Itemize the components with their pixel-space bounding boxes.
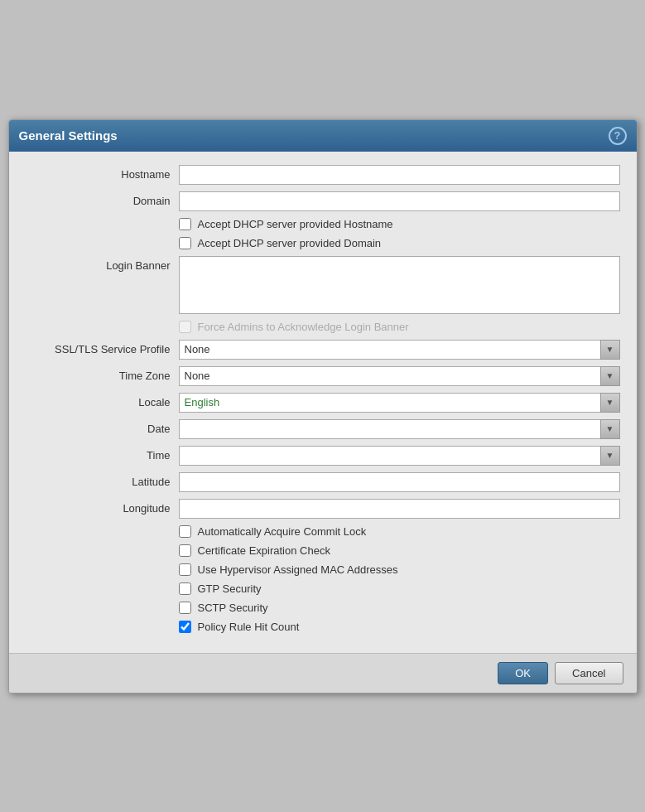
date-row: Date ▼: [26, 419, 620, 439]
dhcp-domain-checkbox[interactable]: [179, 237, 191, 249]
policy-hit-count-row: Policy Rule Hit Count: [26, 621, 620, 633]
latitude-label: Latitude: [26, 476, 179, 488]
date-select[interactable]: [179, 419, 620, 439]
policy-hit-count-label[interactable]: Policy Rule Hit Count: [198, 621, 300, 633]
sctp-security-row: SCTP Security: [26, 602, 620, 614]
sctp-security-label[interactable]: SCTP Security: [198, 602, 268, 614]
locale-label: Locale: [26, 396, 179, 408]
force-admins-row: Force Admins to Acknowledge Login Banner: [26, 321, 620, 333]
domain-input[interactable]: [179, 191, 620, 211]
time-select-wrapper: ▼: [179, 446, 620, 466]
cert-expiration-row: Certificate Expiration Check: [26, 544, 620, 557]
cert-expiration-checkbox[interactable]: [179, 544, 191, 557]
longitude-label: Longitude: [26, 502, 179, 515]
ssl-tls-row: SSL/TLS Service Profile None ▼: [26, 340, 620, 360]
locale-row: Locale English ▼: [26, 393, 620, 413]
hypervisor-mac-label[interactable]: Use Hypervisor Assigned MAC Addresses: [198, 563, 398, 576]
hypervisor-mac-checkbox[interactable]: [179, 563, 191, 576]
dhcp-hostname-checkbox[interactable]: [179, 218, 191, 230]
timezone-label: Time Zone: [26, 370, 179, 382]
hostname-row: Hostname: [26, 165, 620, 185]
longitude-input[interactable]: [179, 499, 620, 519]
timezone-select-wrapper: None ▼: [179, 366, 620, 386]
timezone-select[interactable]: None: [179, 366, 620, 386]
timezone-row: Time Zone None ▼: [26, 366, 620, 386]
domain-label: Domain: [26, 195, 179, 207]
date-label: Date: [26, 423, 179, 435]
time-select[interactable]: [179, 446, 620, 466]
dhcp-hostname-label[interactable]: Accept DHCP server provided Hostname: [198, 218, 393, 230]
dialog-footer: OK Cancel: [9, 653, 637, 693]
login-banner-row: Login Banner: [26, 256, 620, 314]
longitude-row: Longitude: [26, 499, 620, 519]
hostname-label: Hostname: [26, 168, 179, 181]
auto-commit-row: Automatically Acquire Commit Lock: [26, 525, 620, 538]
gtp-security-label[interactable]: GTP Security: [198, 582, 262, 595]
locale-select[interactable]: English: [179, 393, 620, 413]
force-admins-label: Force Admins to Acknowledge Login Banner: [198, 321, 409, 333]
latitude-row: Latitude: [26, 472, 620, 492]
latitude-input[interactable]: [179, 472, 620, 492]
cancel-button[interactable]: Cancel: [555, 662, 623, 684]
help-icon[interactable]: ?: [609, 127, 627, 145]
hypervisor-mac-row: Use Hypervisor Assigned MAC Addresses: [26, 563, 620, 576]
ssl-tls-select[interactable]: None: [179, 340, 620, 360]
login-banner-textarea[interactable]: [179, 256, 620, 314]
gtp-security-checkbox[interactable]: [179, 582, 191, 595]
auto-commit-label[interactable]: Automatically Acquire Commit Lock: [198, 525, 367, 538]
dhcp-domain-label[interactable]: Accept DHCP server provided Domain: [198, 237, 382, 249]
time-row: Time ▼: [26, 446, 620, 466]
ssl-tls-label: SSL/TLS Service Profile: [26, 343, 179, 355]
domain-row: Domain: [26, 191, 620, 211]
sctp-security-checkbox[interactable]: [179, 602, 191, 614]
policy-hit-count-checkbox[interactable]: [179, 621, 191, 633]
time-label: Time: [26, 449, 179, 462]
gtp-security-row: GTP Security: [26, 582, 620, 595]
dialog-header: General Settings ?: [9, 120, 637, 152]
dhcp-domain-row: Accept DHCP server provided Domain: [26, 237, 620, 249]
ok-button[interactable]: OK: [498, 662, 548, 684]
locale-select-wrapper: English ▼: [179, 393, 620, 413]
dialog-body: Hostname Domain Accept DHCP server provi…: [9, 152, 637, 653]
dhcp-hostname-row: Accept DHCP server provided Hostname: [26, 218, 620, 230]
cert-expiration-label[interactable]: Certificate Expiration Check: [198, 544, 330, 557]
hostname-input[interactable]: [179, 165, 620, 185]
auto-commit-checkbox[interactable]: [179, 525, 191, 538]
force-admins-checkbox: [179, 321, 191, 333]
ssl-tls-select-wrapper: None ▼: [179, 340, 620, 360]
login-banner-label: Login Banner: [26, 256, 179, 272]
dialog-title: General Settings: [19, 128, 118, 143]
general-settings-dialog: General Settings ? Hostname Domain Accep…: [8, 119, 638, 694]
date-select-wrapper: ▼: [179, 419, 620, 439]
